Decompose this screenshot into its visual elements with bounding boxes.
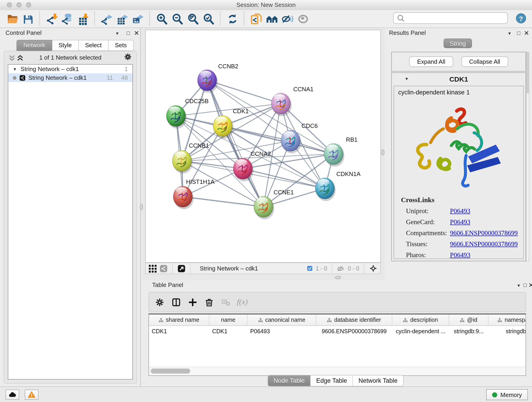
import-network-icon[interactable] — [44, 11, 60, 27]
crosslink-link[interactable]: P06493 — [450, 251, 470, 259]
table-cell[interactable]: P06493 — [247, 328, 316, 334]
table-horizontal-scrollbar[interactable] — [149, 367, 526, 375]
clone-network-icon[interactable] — [248, 11, 264, 27]
table-row[interactable]: CDK1CDK1P064939606.ENSP00000378699cyclin… — [149, 326, 526, 337]
column-header-canonical-name[interactable]: canonical name — [247, 314, 316, 325]
network-selection-row: 1 of 1 Network selected — [4, 54, 137, 62]
crosslink-link[interactable]: P06493 — [450, 218, 470, 226]
column-header-database-identifier[interactable]: database identifier — [316, 314, 392, 325]
network-view-icon[interactable] — [159, 264, 168, 273]
column-header--id[interactable]: @id — [449, 314, 488, 325]
column-header-description[interactable]: description — [392, 314, 449, 325]
hidden-elements-count: 0 - 0 — [348, 265, 359, 272]
edge-HIST1H1A-CCNE1[interactable] — [183, 197, 264, 207]
edge-CCNB2-CCNE1[interactable] — [207, 80, 264, 207]
cloud-button[interactable] — [6, 390, 19, 400]
crosslink-link[interactable]: P06493 — [450, 207, 470, 215]
network-graph[interactable]: CCNB2CCNA1CDC25BCDK1CDC6RB1CCNB1CCNA2CDK… — [146, 30, 380, 262]
table-cell[interactable]: 9606.ENSP00000378699 — [316, 328, 392, 334]
tab-network[interactable]: Network — [17, 40, 52, 51]
cloud-icon — [8, 390, 17, 399]
trash-icon[interactable] — [204, 297, 214, 307]
open-session-icon[interactable] — [5, 11, 20, 27]
collection-expand-icon[interactable]: ▼ — [13, 67, 17, 71]
crosslink-link[interactable]: 9606.ENSP00000378699 — [450, 229, 518, 237]
warnings-button[interactable] — [25, 390, 38, 400]
zoom-selected-icon[interactable] — [201, 11, 216, 27]
window-title: Session: New Session — [0, 1, 532, 8]
selected-nodes-checkbox-icon[interactable] — [307, 264, 313, 272]
save-session-icon[interactable] — [20, 11, 36, 27]
help-button[interactable]: ? — [516, 13, 526, 23]
show-all-icon[interactable] — [295, 11, 311, 27]
search-input[interactable] — [402, 13, 507, 23]
results-scrollbar[interactable] — [526, 52, 529, 261]
table-body: CDK1CDK1P064939606.ENSP00000378699cyclin… — [149, 326, 526, 337]
tab-select[interactable]: Select — [79, 40, 108, 51]
tab-sets[interactable]: Sets — [108, 40, 133, 51]
network-collection-row[interactable]: ▼ String Network – cdk1 1 — [8, 65, 133, 73]
zoom-fit-icon[interactable] — [185, 11, 201, 27]
node-HIST1H1A[interactable]: HIST1H1A — [173, 178, 215, 209]
tab-style[interactable]: Style — [52, 40, 79, 51]
export-network-icon[interactable] — [99, 11, 114, 27]
node-CDKN1A[interactable]: CDKN1A — [315, 171, 361, 201]
network-canvas[interactable]: CCNB2CCNA1CDC25BCDK1CDC6RB1CCNB1CCNA2CDK… — [145, 30, 381, 263]
gear-icon[interactable] — [154, 297, 165, 307]
node-CCNA1[interactable]: CCNA1 — [271, 86, 313, 116]
horizontal-splitter-handle[interactable] — [335, 276, 341, 279]
memory-button[interactable]: Memory — [486, 389, 528, 400]
tab-edge-table[interactable]: Edge Table — [310, 375, 353, 386]
column-header-name[interactable]: name — [209, 314, 247, 325]
tab-node-table[interactable]: Node Table — [268, 375, 310, 386]
control-panel-collapse-icon[interactable]: ▼ — [114, 31, 121, 36]
collapse-all-button[interactable]: Collapse All — [462, 56, 508, 67]
birdseye-view-icon[interactable] — [369, 264, 378, 272]
detach-view-icon[interactable] — [177, 264, 186, 273]
control-panel-close-icon[interactable]: ✕ — [133, 29, 140, 37]
right-splitter-handle[interactable] — [381, 149, 385, 155]
import-network-database-icon[interactable] — [60, 11, 75, 27]
table-cell[interactable]: cyclin-dependent ... — [392, 328, 449, 334]
gene-section-header[interactable]: ▼ CDK1 — [392, 75, 526, 84]
network-item-row[interactable]: String Network – cdk1 11 48 — [8, 73, 133, 82]
results-panel-float-icon[interactable]: □ — [515, 30, 522, 36]
import-table-icon[interactable] — [75, 11, 91, 27]
expand-all-button[interactable]: Expand All — [409, 56, 453, 67]
results-panel-close-icon[interactable]: ✕ — [523, 29, 530, 37]
edge-CCNB2-CCNA1[interactable] — [207, 80, 281, 104]
export-image-icon[interactable] — [130, 11, 146, 27]
edge-CDK1-RB1[interactable] — [223, 126, 334, 154]
crosslink-link[interactable]: 9606.ENSP00000378699 — [450, 240, 518, 248]
node-CCNB1[interactable]: CCNB1 — [172, 142, 209, 173]
table-cell[interactable]: CDK1 — [149, 328, 209, 334]
network-options-gear-icon[interactable] — [124, 53, 132, 61]
column-header-shared-name[interactable]: shared name — [149, 314, 209, 325]
left-splitter-handle[interactable] — [140, 204, 143, 210]
export-table-icon[interactable] — [114, 11, 130, 27]
zoom-out-icon[interactable] — [170, 11, 185, 27]
columns-icon[interactable] — [171, 297, 181, 307]
node-RB1[interactable]: RB1 — [324, 136, 358, 167]
results-panel-collapse-icon[interactable]: ▼ — [506, 31, 513, 36]
results-scrollbar-thumb[interactable] — [526, 52, 529, 94]
network-tree: ▼ String Network – cdk1 1 String Network… — [8, 64, 133, 380]
zoom-in-icon[interactable] — [154, 11, 170, 27]
table-cell[interactable]: CDK1 — [209, 328, 247, 334]
tab-string[interactable]: String — [443, 38, 472, 48]
first-neighbors-icon[interactable] — [264, 11, 279, 27]
grid-view-icon[interactable] — [148, 264, 157, 273]
table-scrollbar-thumb[interactable] — [151, 369, 190, 374]
control-panel: Control Panel ▼ □ ✕ NetworkStyleSelectSe… — [0, 28, 141, 386]
table-cell[interactable]: stringdb — [488, 328, 526, 334]
add-icon[interactable] — [187, 297, 197, 307]
hide-selected-icon[interactable] — [279, 11, 295, 27]
control-panel-float-icon[interactable]: □ — [125, 30, 132, 36]
table-panel-close-icon[interactable]: ✕ — [527, 281, 532, 289]
column-header-namespace[interactable]: namespace — [488, 314, 526, 325]
hidden-elements-icon[interactable] — [337, 264, 345, 273]
crosslink-row: Uniprot:P06493 — [406, 207, 523, 215]
refresh-layout-icon[interactable] — [225, 11, 240, 27]
table-cell[interactable]: stringdb:9... — [449, 328, 488, 334]
tab-network-table[interactable]: Network Table — [353, 375, 403, 386]
